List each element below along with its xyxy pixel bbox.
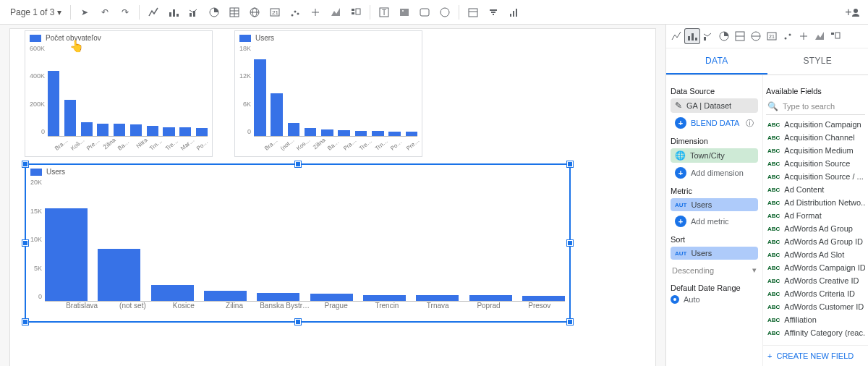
chart-bar[interactable]: [372, 131, 384, 136]
chart-bar[interactable]: [147, 126, 158, 136]
pivot-chart-icon[interactable]: [346, 3, 365, 22]
ctype-geo-icon[interactable]: [749, 29, 763, 43]
share-add-icon[interactable]: +: [843, 3, 862, 22]
field-item[interactable]: ABCAd Distribution Netwo...: [766, 196, 865, 209]
chart-bar[interactable]: [288, 123, 300, 136]
field-item[interactable]: ABCAdWords Criteria ID: [766, 287, 865, 300]
circle-tool-icon[interactable]: [435, 3, 454, 22]
chart-bar[interactable]: [406, 132, 418, 136]
field-item[interactable]: ABCAffinity Category (reac...: [766, 326, 865, 339]
create-new-field-button[interactable]: + CREATE NEW FIELD: [763, 345, 868, 366]
field-item[interactable]: ABCAffiliation: [766, 313, 865, 326]
text-tool-icon[interactable]: T: [375, 3, 393, 22]
add-metric-button[interactable]: + Add metric: [671, 213, 758, 229]
metric-chip[interactable]: AUT Users: [671, 198, 758, 211]
chart-bar[interactable]: [522, 296, 565, 301]
tab-data[interactable]: DATA: [666, 48, 767, 75]
field-item[interactable]: ABCAcquisition Source / ...: [766, 170, 865, 183]
chart-users-large[interactable]: Users20K15K10K5K0Bratislava(not set)Kosi…: [25, 163, 571, 323]
field-item[interactable]: ABCAcquisition Source: [766, 157, 865, 170]
chart-bar[interactable]: [355, 131, 367, 136]
geo-chart-icon[interactable]: [245, 3, 264, 22]
chart-bar[interactable]: [321, 129, 333, 136]
ctype-pivot-icon[interactable]: [828, 29, 843, 43]
chart-bar[interactable]: [254, 59, 266, 136]
field-item[interactable]: ABCAd Format: [766, 209, 865, 222]
chart-bar[interactable]: [98, 249, 140, 301]
chart-bar[interactable]: [114, 124, 125, 136]
chart-bar[interactable]: [163, 127, 174, 136]
field-label: Acquisition Medium: [784, 146, 853, 155]
field-item[interactable]: ABCAdWords Ad Slot: [766, 248, 865, 261]
bullet-chart-icon[interactable]: [306, 3, 325, 22]
add-dimension-button[interactable]: + Add dimension: [671, 165, 758, 181]
sort-order-select[interactable]: Descending ▾: [671, 263, 758, 278]
data-control-icon[interactable]: [504, 3, 523, 22]
line-chart-icon[interactable]: [144, 3, 163, 22]
chart-bar[interactable]: [310, 294, 353, 301]
field-item[interactable]: ABCAdWords Customer ID: [766, 300, 865, 313]
chart-bar[interactable]: [81, 122, 93, 136]
ctype-pie-icon[interactable]: [717, 29, 731, 43]
ctype-scatter-icon[interactable]: [780, 29, 795, 43]
chart-bar[interactable]: [388, 132, 401, 136]
field-item[interactable]: ABCAcquisition Medium: [766, 144, 865, 157]
chart-bar[interactable]: [130, 124, 142, 136]
field-item[interactable]: ABCAd Content: [766, 183, 865, 196]
data-source-chip[interactable]: ✎ GA | Dataset: [671, 98, 758, 113]
select-tool-icon[interactable]: ➤: [75, 3, 94, 22]
help-icon[interactable]: ⓘ: [746, 118, 754, 129]
ctype-bar-icon[interactable]: [685, 29, 699, 43]
field-item[interactable]: ABCAcquisition Campaign: [766, 118, 865, 131]
dimension-chip[interactable]: 🌐 Town/City: [671, 148, 758, 163]
chart-bar[interactable]: [338, 130, 350, 136]
field-item[interactable]: ABCAdWords Campaign ID: [766, 261, 865, 274]
ctype-bullet-icon[interactable]: [796, 29, 811, 43]
area-chart-icon[interactable]: [326, 3, 345, 22]
date-range-icon[interactable]: [464, 3, 482, 22]
bar-chart-icon[interactable]: [164, 3, 183, 22]
ctype-combo-icon[interactable]: [701, 29, 715, 43]
combo-chart-icon[interactable]: [184, 3, 203, 22]
pie-chart-icon[interactable]: [205, 3, 224, 22]
chart-bar[interactable]: [469, 295, 512, 301]
chart-bar[interactable]: [48, 71, 59, 136]
chart-bar[interactable]: [416, 295, 459, 301]
chart-users-small[interactable]: Users18K12K6K0Bratislava(not set)KosiceZ…: [234, 30, 422, 157]
chart-bar[interactable]: [179, 127, 191, 136]
chart-bar[interactable]: [97, 124, 109, 136]
chart-bar[interactable]: [204, 291, 247, 301]
blend-data-button[interactable]: + BLEND DATA ⓘ: [671, 115, 758, 131]
tab-style[interactable]: STYLE: [767, 48, 869, 75]
sort-chip[interactable]: AUT Users: [671, 247, 758, 260]
ctype-area-icon[interactable]: [812, 29, 827, 43]
ctype-table-icon[interactable]: [733, 29, 747, 43]
field-item[interactable]: ABCAdWords Ad Group: [766, 222, 865, 235]
report-canvas[interactable]: Počet obyvateľov600K400K200K0BratislavaK…: [0, 25, 665, 366]
chart-bar[interactable]: [305, 128, 317, 136]
ctype-score-icon[interactable]: 21: [765, 29, 779, 43]
scatter-chart-icon[interactable]: [286, 3, 305, 22]
filter-control-icon[interactable]: [484, 3, 503, 22]
field-item[interactable]: ABCAdWords Creative ID: [766, 274, 865, 287]
date-range-auto[interactable]: Auto: [671, 295, 758, 304]
field-item[interactable]: ABCAdWords Ad Group ID: [766, 235, 865, 248]
chart-bar[interactable]: [363, 295, 406, 301]
chart-bar[interactable]: [271, 93, 283, 137]
chart-population[interactable]: Počet obyvateľov600K400K200K0BratislavaK…: [25, 30, 213, 157]
chart-bar[interactable]: [196, 128, 208, 136]
scorecard-icon[interactable]: 21: [265, 3, 284, 22]
table-chart-icon[interactable]: [225, 3, 244, 22]
rectangle-tool-icon[interactable]: [415, 3, 434, 22]
chart-bar[interactable]: [64, 100, 76, 136]
chart-bar[interactable]: [45, 208, 88, 301]
field-item[interactable]: ABCAcquisition Channel: [766, 131, 865, 144]
image-tool-icon[interactable]: [395, 3, 414, 22]
fields-search[interactable]: 🔍 Type to search: [766, 98, 865, 115]
page-selector[interactable]: Page 1 of 3 ▾: [6, 7, 66, 17]
chart-bar[interactable]: [151, 285, 194, 301]
chart-bar[interactable]: [257, 293, 299, 301]
redo-icon[interactable]: ↷: [116, 3, 135, 22]
ctype-line-icon[interactable]: [669, 29, 684, 43]
undo-icon[interactable]: ↶: [95, 3, 114, 22]
